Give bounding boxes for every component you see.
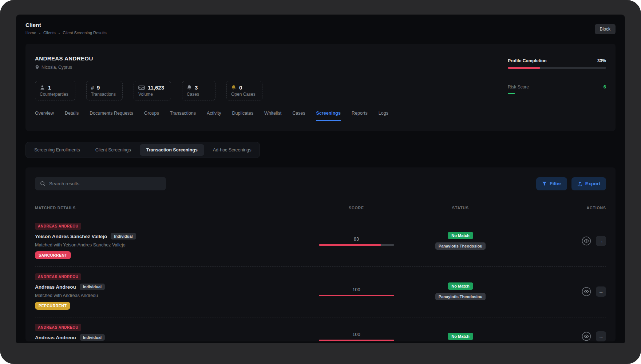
match-name: Andreas Andreou <box>35 335 76 340</box>
subtab-adhoc-screenings[interactable]: Ad-hoc Screenings <box>206 144 258 156</box>
actions-cell: → <box>515 286 606 297</box>
score-cell: 83 <box>307 236 406 246</box>
hash-icon: # <box>91 84 94 91</box>
status-cell: No Match Panayiotis Theodosiou <box>406 282 515 300</box>
open-arrow-button[interactable]: → <box>596 286 606 297</box>
score-bar-fill <box>319 244 381 246</box>
view-button[interactable] <box>581 331 591 341</box>
open-arrow-button[interactable]: → <box>596 236 606 246</box>
score-value: 100 <box>352 332 360 337</box>
open-arrow-button[interactable]: → <box>596 331 606 341</box>
tab-logs[interactable]: Logs <box>379 111 388 121</box>
profile-completion-bar <box>508 67 606 69</box>
screening-subtabs: Screening Enrollments Client Screenings … <box>25 142 260 158</box>
entity-type-badge: Individual <box>80 284 105 290</box>
stat-label: Counterparties <box>40 92 68 97</box>
subtab-transaction-screenings[interactable]: Transaction Screenings <box>140 144 204 156</box>
export-icon <box>577 181 582 186</box>
tab-cases[interactable]: Cases <box>292 111 305 121</box>
page-header: Client Home - Clients - Client Screening… <box>25 22 616 35</box>
profile-card: ANDREAS ANDREOU Nicosia, Cyprus 1 Counte… <box>25 44 616 131</box>
tab-groups[interactable]: Groups <box>144 111 159 121</box>
actions-cell: → <box>515 331 606 341</box>
tab-transactions[interactable]: Transactions <box>170 111 196 121</box>
actions-cell: → <box>515 236 606 246</box>
stat-label: Volume <box>138 92 164 97</box>
column-header-score: Score <box>307 206 406 210</box>
search-icon <box>40 181 45 186</box>
export-button[interactable]: Export <box>571 177 606 190</box>
breadcrumb-home[interactable]: Home <box>25 31 36 35</box>
breadcrumb-separator: - <box>59 31 60 35</box>
tab-screenings[interactable]: Screenings <box>316 111 341 121</box>
matched-details-cell: ANDREAS ANDREOU Andreas Andreou Individu… <box>35 324 307 341</box>
tab-documents-requests[interactable]: Documents Requests <box>90 111 133 121</box>
tab-details[interactable]: Details <box>65 111 79 121</box>
status-badge: No Match <box>448 232 473 239</box>
matched-with-text: Matched with Andreas Andreou <box>35 293 307 298</box>
stat-card-open-cases: 0 Open Cases <box>226 81 262 100</box>
column-header-actions: Actions <box>515 206 606 210</box>
status-cell: No Match <box>406 333 515 340</box>
stat-label: Cases <box>187 92 209 97</box>
tab-duplicates[interactable]: Duplicates <box>232 111 253 121</box>
score-value: 100 <box>352 287 360 292</box>
client-tag: ANDREAS ANDREOU <box>35 223 81 230</box>
match-name: Yeison Andres Sanchez Vallejo <box>35 234 107 239</box>
stat-value: 9 <box>97 84 100 91</box>
score-cell: 100 <box>307 332 406 341</box>
client-tag: ANDREAS ANDREOU <box>35 324 81 331</box>
search-box[interactable] <box>35 177 166 190</box>
profile-completion-label: Profile Completion <box>508 58 547 63</box>
window-frame: Client Home - Clients - Client Screening… <box>0 0 641 364</box>
subtab-client-screenings[interactable]: Client Screenings <box>89 144 138 156</box>
status-badge: No Match <box>448 333 473 340</box>
status-badge: No Match <box>448 282 473 290</box>
client-location-text: Nicosia, Cyprus <box>41 65 72 70</box>
page-title: Client <box>25 22 107 28</box>
column-header-matched-details: Matched Details <box>35 206 307 210</box>
block-button[interactable]: Block <box>595 24 616 34</box>
tab-whitelist[interactable]: Whitelist <box>264 111 281 121</box>
stat-card-counterparties: 1 Counterparties <box>35 81 75 100</box>
stat-value: 0 <box>239 84 242 91</box>
stat-value: 3 <box>195 84 198 91</box>
filter-icon <box>542 181 547 186</box>
table-header: Matched Details Score Status Actions <box>35 206 606 216</box>
tab-activity[interactable]: Activity <box>207 111 221 121</box>
breadcrumb-separator: - <box>39 31 40 35</box>
view-button[interactable] <box>581 236 591 246</box>
profile-completion-value: 33% <box>597 58 606 63</box>
breadcrumb-clients[interactable]: Clients <box>43 31 56 35</box>
entity-type-badge: Individual <box>80 334 105 341</box>
subtab-screening-enrollments[interactable]: Screening Enrollments <box>28 144 87 156</box>
score-bar-fill <box>319 340 394 341</box>
breadcrumb-current: Client Screening Results <box>63 31 106 35</box>
matched-details-cell: ANDREAS ANDREOU Andreas Andreou Individu… <box>35 273 307 310</box>
stat-value: 11,623 <box>148 84 164 91</box>
entity-type-badge: Individual <box>111 233 136 240</box>
stat-card-volume: 11,623 Volume <box>134 81 171 100</box>
tab-overview[interactable]: Overview <box>35 111 54 121</box>
search-input[interactable] <box>49 181 161 186</box>
filter-button[interactable]: Filter <box>536 177 567 190</box>
table-row: ANDREAS ANDREOU Andreas Andreou Individu… <box>35 317 606 341</box>
main-tabs: Overview Details Documents Requests Grou… <box>35 111 606 121</box>
view-button[interactable] <box>581 286 591 297</box>
results-toolbar: Filter Export <box>35 177 606 190</box>
assignee-badge: Panayiotis Theodosiou <box>435 242 486 250</box>
location-pin-icon <box>35 65 39 70</box>
table-row: ANDREAS ANDREOU Andreas Andreou Individu… <box>35 267 606 317</box>
column-header-status: Status <box>406 206 515 210</box>
matched-details-cell: ANDREAS ANDREOU Yeison Andres Sanchez Va… <box>35 222 307 259</box>
export-button-label: Export <box>585 181 600 186</box>
score-bar <box>319 295 394 296</box>
results-panel: Filter Export Matched Details Score Stat… <box>25 167 616 341</box>
tab-reports[interactable]: Reports <box>352 111 368 121</box>
profile-completion-fill <box>508 67 540 69</box>
risk-score-value: 6 <box>604 84 606 90</box>
matched-with-text: Matched with Yeison Andres Sanchez Valle… <box>35 242 307 248</box>
banknote-icon <box>138 85 145 90</box>
filter-button-label: Filter <box>550 181 561 186</box>
profile-metrics: Profile Completion 33% Risk Score 6 <box>508 58 606 94</box>
